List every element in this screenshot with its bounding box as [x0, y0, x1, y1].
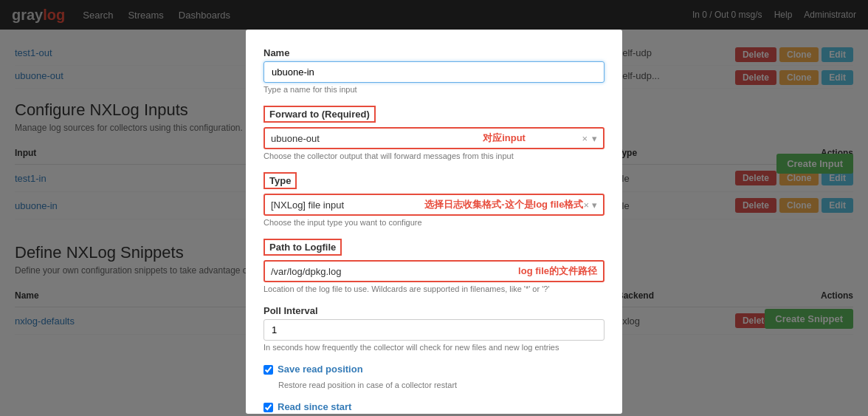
read-since-checkbox[interactable] [264, 403, 273, 412]
forward-label: Forward to (Required) [264, 106, 376, 123]
type-clear-icon[interactable]: × [583, 200, 589, 211]
path-value: /var/log/dpkg.log [271, 266, 518, 277]
path-label: Path to Logfile [264, 239, 342, 256]
name-help: Type a name for this input [264, 85, 604, 94]
path-annotation: log file的文件路径 [518, 265, 597, 278]
read-since-label[interactable]: Read since start [278, 401, 351, 412]
save-read-checkbox[interactable] [264, 365, 273, 375]
name-label: Name [264, 47, 604, 58]
modal-dialog: Name Type a name for this input Forward … [246, 30, 622, 414]
poll-help: In seconds how frequently the collector … [264, 343, 604, 352]
read-since-checkbox-group: Read since start [264, 401, 604, 412]
path-input-wrapper: /var/log/dpkg.log log file的文件路径 [264, 260, 604, 282]
forward-field-group: Forward to (Required) ubuone-out 对应input… [264, 106, 604, 160]
name-input[interactable] [264, 61, 604, 83]
forward-select-value: ubuone-out [271, 133, 427, 144]
poll-label: Poll Interval [264, 305, 604, 316]
save-read-label[interactable]: Save read position [278, 364, 363, 375]
name-field-group: Name Type a name for this input [264, 47, 604, 94]
forward-help: Choose the collector output that will fo… [264, 151, 604, 160]
path-field-group: Path to Logfile /var/log/dpkg.log log fi… [264, 239, 604, 293]
type-arrow-icon[interactable]: ▾ [592, 200, 597, 211]
type-annotation: 选择日志收集格式-这个是log file格式 [424, 198, 583, 211]
type-label: Type [264, 172, 297, 189]
type-help: Choose the input type you want to config… [264, 218, 604, 227]
poll-input[interactable] [264, 319, 604, 341]
type-field-group: Type [NXLog] file input 选择日志收集格式-这个是log … [264, 172, 604, 227]
forward-clear-icon[interactable]: × [582, 133, 588, 144]
path-help: Location of the log file to use. Wildcar… [264, 284, 604, 293]
save-read-checkbox-group: Save read position [264, 364, 604, 375]
poll-field-group: Poll Interval In seconds how frequently … [264, 305, 604, 352]
modal-overlay: Name Type a name for this input Forward … [0, 0, 868, 416]
forward-select-wrapper[interactable]: ubuone-out 对应input × ▾ [264, 127, 604, 149]
save-read-help: Restore read position in case of a colle… [278, 381, 604, 389]
save-read-group: Save read position Restore read position… [264, 364, 604, 389]
read-since-group: Read since start Instructs the collector… [264, 401, 604, 414]
forward-arrow-icon[interactable]: ▾ [592, 133, 597, 144]
type-select-wrapper[interactable]: [NXLog] file input 选择日志收集格式-这个是log file格… [264, 194, 604, 216]
forward-annotation: 对应input [427, 132, 582, 145]
type-value: [NXLog] file input [271, 200, 417, 211]
